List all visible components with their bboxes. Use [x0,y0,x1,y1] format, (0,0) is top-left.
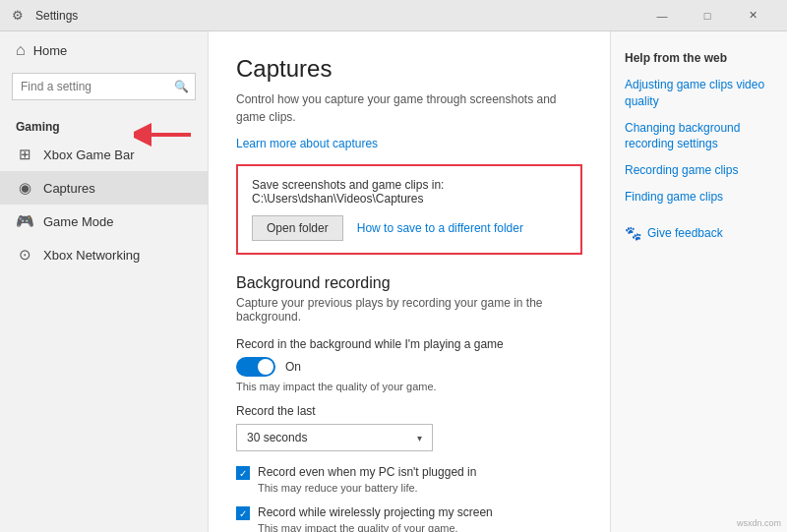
sidebar-item-game-mode[interactable]: 🎮 Game Mode [0,205,208,238]
sidebar-item-game-mode-label: Game Mode [43,214,114,229]
search-box: 🔍 [12,73,196,100]
sidebar-item-xbox-networking[interactable]: ⊙ Xbox Networking [0,238,208,271]
checkbox1-note: This may reduce your battery life. [258,482,582,494]
captures-icon: ◉ [16,179,33,197]
checkbox1-row: ✓ Record even when my PC isn't plugged i… [236,465,582,480]
save-path-box: Save screenshots and game clips in: C:\U… [236,164,582,255]
checkbox1-check: ✓ [239,468,247,479]
chevron-down-icon: ▾ [417,433,422,443]
xbox-game-bar-icon: ⊞ [16,146,33,163]
open-folder-button[interactable]: Open folder [252,215,343,241]
checkbox2-check: ✓ [239,508,247,519]
home-icon: ⌂ [16,41,26,59]
save-path-text: Save screenshots and game clips in: C:\U… [252,178,567,206]
feedback-label: Give feedback [647,226,723,240]
sidebar-item-home[interactable]: ⌂ Home [0,31,208,69]
record-last-dropdown[interactable]: 30 seconds ▾ [236,424,433,451]
bg-recording-heading: Background recording [236,274,582,292]
save-path-actions: Open folder How to save to a different f… [252,215,567,241]
help-link-3[interactable]: Finding game clips [625,189,773,206]
toggle-state-label: On [285,360,301,374]
search-icon: 🔍 [174,80,189,93]
learn-more-link[interactable]: Learn more about captures [236,137,378,150]
checkbox2[interactable]: ✓ [236,506,250,520]
checkbox1-label: Record even when my PC isn't plugged in [258,465,476,479]
main-content: Captures Control how you capture your ga… [209,31,610,532]
feedback-row[interactable]: 🐾 Give feedback [625,225,773,241]
record-bg-toggle[interactable] [236,357,275,377]
red-arrow [134,122,193,148]
record-last-label: Record the last [236,404,582,418]
home-label: Home [33,43,68,58]
settings-icon: ⚙ [12,8,28,24]
help-title: Help from the web [625,51,773,65]
sidebar-item-captures[interactable]: ◉ Captures [0,171,208,205]
toggle-note: This may impact the quality of your game… [236,381,582,392]
sidebar-item-xbox-game-bar-label: Xbox Game Bar [43,148,135,162]
titlebar-controls: — □ ✕ [639,0,775,31]
minimize-button[interactable]: — [639,0,685,31]
maximize-button[interactable]: □ [685,0,730,31]
checkbox2-note: This may impact the quality of your game… [258,522,582,532]
app-body: ⌂ Home 🔍 Gaming ⊞ Xbox Game Bar ◉ Captur… [0,31,787,532]
record-last-value: 30 seconds [247,431,307,444]
checkbox2-row: ✓ Record while wirelessly projecting my … [236,505,582,520]
titlebar: ⚙ Settings — □ ✕ [0,0,787,31]
page-title: Captures [236,55,582,83]
record-bg-label: Record in the background while I'm playi… [236,337,582,351]
help-link-2[interactable]: Recording game clips [625,162,773,179]
bg-recording-desc: Capture your previous plays by recording… [236,296,582,324]
right-panel: Help from the web Adjusting game clips v… [610,31,787,532]
help-link-0[interactable]: Adjusting game clips video quality [625,77,773,110]
toggle-knob [258,359,273,375]
game-mode-icon: 🎮 [16,212,33,230]
close-button[interactable]: ✕ [730,0,775,31]
feedback-icon: 🐾 [625,225,641,241]
how-to-save-link[interactable]: How to save to a different folder [357,221,523,235]
page-description: Control how you capture your game throug… [236,90,582,126]
sidebar: ⌂ Home 🔍 Gaming ⊞ Xbox Game Bar ◉ Captur… [0,31,209,532]
xbox-networking-icon: ⊙ [16,246,33,264]
toggle-row: On [236,357,582,377]
search-input[interactable] [12,73,196,100]
checkbox2-label: Record while wirelessly projecting my sc… [258,505,493,519]
checkbox1[interactable]: ✓ [236,466,250,480]
sidebar-item-xbox-networking-label: Xbox Networking [43,248,140,263]
titlebar-title: Settings [35,9,639,23]
watermark: wsxdn.com [737,518,781,528]
help-link-1[interactable]: Changing background recording settings [625,120,773,153]
sidebar-item-captures-label: Captures [43,181,95,196]
